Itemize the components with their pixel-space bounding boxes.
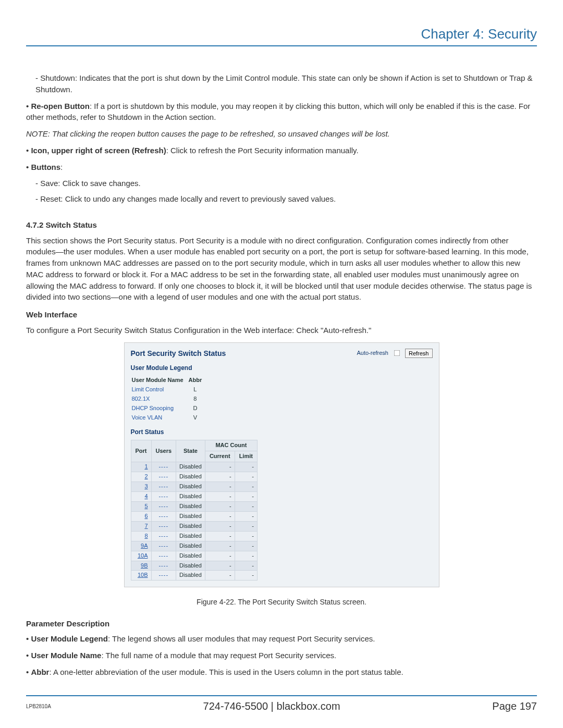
port-link[interactable]: 10B: [138, 572, 148, 578]
screenshot: Port Security Switch Status Auto-refresh…: [124, 342, 439, 588]
port-cell-state: Disabled: [176, 541, 205, 551]
bullet-refresh-lead: Icon, upper right of screen (Refresh): [31, 146, 166, 155]
port-link[interactable]: 5: [144, 503, 148, 509]
legend-cell-abbr: L: [188, 385, 206, 394]
port-cell-limit: -: [235, 462, 257, 472]
port-cell-limit: -: [235, 531, 257, 541]
port-cell-state: Disabled: [176, 531, 205, 541]
port-cell-port: 6: [131, 511, 151, 521]
port-cell-port: 9A: [131, 541, 151, 551]
param-uml: • User Module Legend: The legend shows a…: [26, 633, 537, 645]
bullet-refresh-text: : Click to refresh the Port Security inf…: [166, 146, 359, 155]
port-cell-users: ----: [151, 561, 176, 571]
port-head-users: Users: [151, 440, 176, 462]
port-cell-users: ----: [151, 491, 176, 501]
port-cell-current: -: [205, 491, 235, 501]
legend-row: Voice VLANV: [131, 413, 206, 423]
param-uml-lead: User Module Legend: [31, 634, 108, 643]
port-cell-state: Disabled: [176, 511, 205, 521]
port-link[interactable]: 7: [144, 523, 148, 529]
shutdown-desc: - Shutdown: Indicates that the port is s…: [35, 72, 537, 95]
legend-row: 802.1X8: [131, 394, 206, 404]
port-link[interactable]: 4: [144, 493, 148, 499]
port-head-current: Current: [205, 451, 235, 462]
bullet-buttons-text: :: [60, 163, 63, 171]
port-cell-users: ----: [151, 541, 176, 551]
port-row: 3----Disabled--: [131, 482, 257, 492]
port-cell-port: 10B: [131, 571, 151, 581]
port-cell-state: Disabled: [176, 482, 205, 492]
port-cell-current: -: [205, 501, 235, 511]
web-interface-text: To configure a Port Security Switch Stat…: [26, 325, 537, 336]
port-cell-limit: -: [235, 571, 257, 581]
port-head-limit: Limit: [235, 451, 257, 462]
port-link[interactable]: 10A: [138, 552, 148, 559]
auto-refresh-checkbox[interactable]: [394, 350, 400, 356]
port-cell-users: ----: [151, 571, 176, 581]
refresh-button[interactable]: Refresh: [405, 349, 433, 358]
port-cell-limit: -: [235, 472, 257, 482]
port-row: 5----Disabled--: [131, 501, 257, 511]
param-umn-lead: User Module Name: [31, 651, 101, 660]
port-cell-port: 9B: [131, 561, 151, 571]
port-cell-current: -: [205, 571, 235, 581]
bullet-buttons: • Buttons:: [26, 162, 537, 173]
chapter-title: Chapter 4: Security: [26, 26, 537, 42]
legend-cell-name: DHCP Snooping: [131, 404, 188, 413]
port-cell-users: ----: [151, 531, 176, 541]
port-cell-users: ----: [151, 482, 176, 492]
port-link[interactable]: 6: [144, 513, 148, 519]
port-row: 7----Disabled--: [131, 521, 257, 531]
note-reopen: NOTE: That clicking the reopen button ca…: [26, 128, 537, 140]
port-cell-state: Disabled: [176, 521, 205, 531]
port-cell-port: 5: [131, 501, 151, 511]
port-cell-current: -: [205, 462, 235, 472]
port-link[interactable]: 1: [144, 463, 148, 470]
port-row: 9A----Disabled--: [131, 541, 257, 551]
port-cell-port: 4: [131, 491, 151, 501]
sub-reset: - Reset: Click to undo any changes made …: [35, 193, 537, 205]
sub-save: - Save: Click to save changes.: [35, 178, 537, 189]
port-link[interactable]: 3: [144, 483, 148, 489]
port-cell-current: -: [205, 472, 235, 482]
port-cell-state: Disabled: [176, 551, 205, 561]
port-cell-current: -: [205, 551, 235, 561]
port-cell-users: ----: [151, 462, 176, 472]
header-divider: [26, 45, 537, 46]
legend-row: DHCP SnoopingD: [131, 404, 206, 413]
footer-right: Page 197: [492, 700, 537, 712]
bullet-reopen-lead: Re-open Button: [31, 102, 89, 110]
port-row: 6----Disabled--: [131, 511, 257, 521]
port-cell-current: -: [205, 541, 235, 551]
param-desc-head: Parameter Description: [26, 618, 537, 630]
param-umn-text: : The full name of a module that may req…: [101, 651, 336, 660]
port-cell-current: -: [205, 521, 235, 531]
port-row: 8----Disabled--: [131, 531, 257, 541]
port-cell-users: ----: [151, 501, 176, 511]
port-table: Port Users State MAC Count Current Limit…: [131, 440, 258, 581]
param-abbr: • Abbr: A one-letter abbreviation of the…: [26, 667, 537, 678]
port-cell-users: ----: [151, 511, 176, 521]
port-cell-limit: -: [235, 551, 257, 561]
port-row: 1----Disabled--: [131, 462, 257, 472]
legend-cell-abbr: D: [188, 404, 206, 413]
section-472-para: This section shows the Port Security sta…: [26, 235, 537, 303]
port-cell-users: ----: [151, 472, 176, 482]
port-cell-limit: -: [235, 561, 257, 571]
port-row: 4----Disabled--: [131, 491, 257, 501]
section-472-head: 4.7.2 Switch Status: [26, 219, 537, 231]
port-cell-current: -: [205, 482, 235, 492]
port-cell-state: Disabled: [176, 472, 205, 482]
legend-title: User Module Legend: [131, 364, 433, 373]
legend-row: Limit ControlL: [131, 385, 206, 394]
port-cell-port: 1: [131, 462, 151, 472]
port-link[interactable]: 9A: [141, 542, 148, 549]
legend-table: User Module Name Abbr Limit ControlL802.…: [131, 376, 206, 423]
port-link[interactable]: 9B: [141, 562, 148, 569]
port-row: 9B----Disabled--: [131, 561, 257, 571]
port-cell-state: Disabled: [176, 501, 205, 511]
bullet-buttons-lead: Buttons: [31, 163, 60, 171]
port-link[interactable]: 2: [144, 473, 148, 479]
legend-cell-name: Limit Control: [131, 385, 188, 394]
port-link[interactable]: 8: [144, 533, 148, 539]
